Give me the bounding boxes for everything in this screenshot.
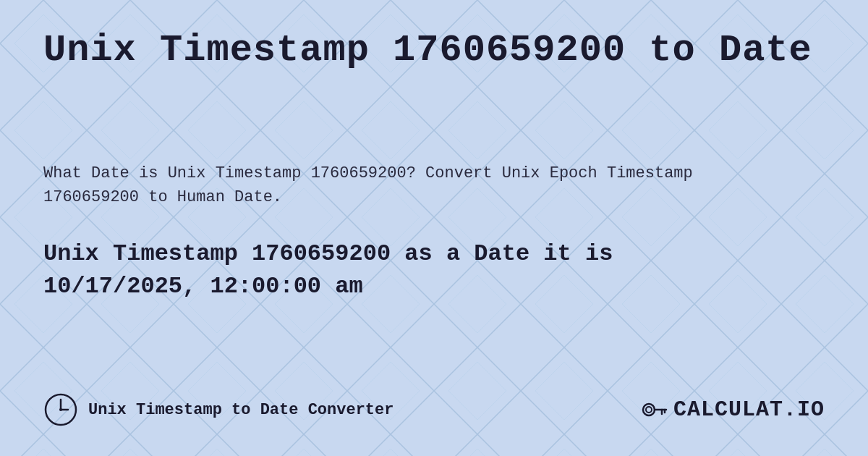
result-line2: 10/17/2025, 12:00:00 am (43, 273, 363, 300)
page-description: What Date is Unix Timestamp 1760659200? … (43, 161, 731, 209)
svg-point-11 (646, 407, 652, 413)
svg-point-9 (59, 408, 62, 411)
footer-converter-label: Unix Timestamp to Date Converter (43, 392, 393, 427)
footer: Unix Timestamp to Date Converter CALCULA… (43, 378, 825, 427)
result-text: Unix Timestamp 1760659200 as a Date it i… (43, 238, 767, 303)
result-line1: Unix Timestamp 1760659200 as a Date it i… (43, 240, 613, 267)
result-section: Unix Timestamp 1760659200 as a Date it i… (43, 238, 825, 303)
page-title: Unix Timestamp 1760659200 to Date (43, 29, 825, 72)
footer-label-text: Unix Timestamp to Date Converter (88, 401, 393, 419)
clock-icon (43, 392, 78, 427)
logo-text: CALCULAT.IO (673, 397, 825, 422)
logo-area: CALCULAT.IO (639, 395, 825, 424)
svg-point-10 (643, 404, 655, 415)
logo-icon (639, 395, 668, 424)
